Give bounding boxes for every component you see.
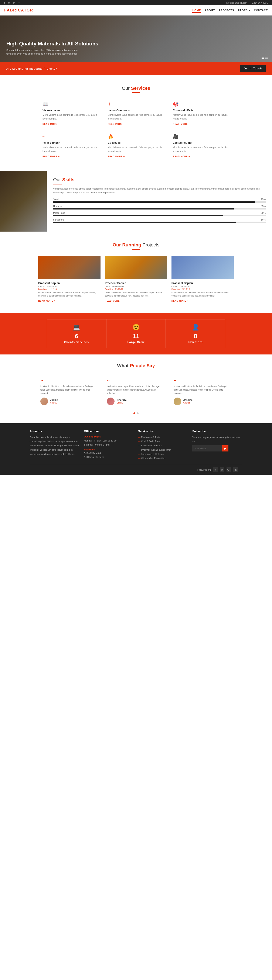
skill-percent-scrubbers: 86% <box>261 218 266 221</box>
service-readmore-5[interactable]: READ MORE + <box>108 155 125 158</box>
project-readmore-2[interactable]: READ MORE + <box>105 300 122 302</box>
skill-percent-steel: 95% <box>261 198 266 200</box>
project-desc-1: Donec sollicitudin molestie maleusa. Pra… <box>38 291 101 298</box>
service-readmore-1[interactable]: READ MORE + <box>43 123 60 125</box>
footer-subscribe-button[interactable]: ▶ <box>222 445 229 452</box>
testimonials-section: What People Say " In vitae tincidunt tur… <box>0 355 272 423</box>
skill-label-motorfans: Motor Fans <box>53 212 65 214</box>
service-item-3: 🎯 Commodo Felis Morbi viverra lacus comm… <box>171 99 232 127</box>
hero-dots <box>262 57 268 59</box>
service-title-2: Lacus Commodo <box>108 109 165 112</box>
author-name-2: Charlize <box>117 399 126 402</box>
hero-description: Standard dummy text ever since the 1500s… <box>6 48 78 56</box>
navbar: FABRICATOR HOME ABOUT PROJECTS PAGES ▾ C… <box>0 5 272 16</box>
author-avatar-1 <box>40 398 48 405</box>
stat-number-crew: 11 <box>109 333 163 340</box>
nav-about[interactable]: ABOUT <box>205 9 215 12</box>
topbar-phone: +1 234 567 8901 <box>250 2 268 4</box>
topbar-social-tw[interactable]: tw <box>8 2 10 4</box>
project-deadline-1: Deadline : 21/12/18 <box>38 288 101 291</box>
footer-social-tw[interactable]: tw <box>220 468 224 472</box>
service-item-6: 🎥 Lectus Feugiat Morbi viverra lacus com… <box>171 132 232 160</box>
cta-bar-text: Are Looking for Industrial Projects? <box>6 67 57 70</box>
skill-fill-steel <box>53 201 255 203</box>
footer-office-sunday: All Sunday Days <box>84 451 134 455</box>
service-desc-2: Morbi viverra lacus commodo felis semper… <box>108 113 165 121</box>
project-desc-3: Donec sollicitudin molestie maleusa. Pra… <box>171 291 234 298</box>
footer-social-in[interactable]: in <box>233 468 238 472</box>
nav-links: HOME ABOUT PROJECTS PAGES ▾ CONTACT <box>192 9 268 12</box>
author-role-2: Client2 <box>117 402 126 404</box>
footer-office-holidays: All Official Holidays <box>84 455 134 459</box>
topbar-social-in[interactable]: in <box>13 2 15 4</box>
testimonial-author-2: Charlize Client2 <box>107 398 165 405</box>
footer-social-fb[interactable]: f <box>213 468 218 472</box>
nav-projects[interactable]: PROJECTS <box>219 9 234 12</box>
service-desc-3: Morbi viverra lacus commodo felis semper… <box>173 113 229 121</box>
running-projects-section: Our Running Projects Praesent Sapien Cli… <box>0 232 272 313</box>
skill-label-steel: Steel <box>53 198 58 200</box>
footer-about-title: About Us <box>30 430 80 433</box>
service-icon-3: 🎯 <box>173 102 229 107</box>
projects-underline <box>132 249 140 250</box>
project-readmore-1[interactable]: READ MORE + <box>38 300 56 302</box>
testimonial-author-3: Jessica Client3 <box>174 398 232 405</box>
testimonial-text-1: In vitae tincidunt turpis. Proin in euis… <box>40 385 98 395</box>
hero-dot-1[interactable] <box>262 57 264 59</box>
service-item-5: 🔥 Eu Iaculls Morbi viverra lacus commodo… <box>106 132 166 160</box>
service-readmore-3[interactable]: READ MORE + <box>173 123 190 125</box>
project-client-1: Client : Themeforest <box>38 285 101 288</box>
footer-bottom: Follow us on: f tw G+ in <box>30 465 242 475</box>
project-deadline-2: Deadline : 21/12/19 <box>105 288 167 291</box>
skill-fill-motorfans <box>53 215 223 216</box>
footer-subscribe: Subscribe Vivamus magna justo, lacinia e… <box>192 430 242 461</box>
site-logo[interactable]: FABRICATOR <box>4 8 33 13</box>
footer-services: Service List Machinery & Tools Coal & So… <box>138 430 188 461</box>
topbar-right: info@example1.com +1 234 567 8901 <box>226 2 268 4</box>
skills-underline <box>53 184 62 185</box>
service-readmore-6[interactable]: READ MORE + <box>173 155 190 158</box>
service-readmore-4[interactable]: READ MORE + <box>43 155 60 158</box>
stat-icon-clients: 💻 <box>49 324 104 331</box>
footer-email-input[interactable] <box>192 445 222 452</box>
stat-label-crew: Large Crew <box>109 340 163 344</box>
service-readmore-2[interactable]: READ MORE + <box>108 123 125 125</box>
topbar-social-mail[interactable]: ✉ <box>18 1 20 4</box>
service-item-2: ✈ Lacus Commodo Morbi viverra lacus comm… <box>106 99 166 127</box>
project-readmore-3[interactable]: READ MORE + <box>171 300 189 302</box>
project-card-2: Praesent Sapien Client : Themeforest Dea… <box>105 256 167 302</box>
footer-services-list: Machinery & Tools Coal & Solid Fuels Ind… <box>138 435 188 461</box>
project-image-3 <box>171 256 234 279</box>
skill-bg-motorfans <box>53 215 266 216</box>
skill-bar-hoppers: Hoppers 85% <box>53 205 266 210</box>
nav-contact[interactable]: CONTACT <box>254 9 268 12</box>
testimonial-3: " In vitae tincidunt turpis. Proin in eu… <box>171 377 234 407</box>
testimonial-2: " In vitae tincidunt turpis. Proin in eu… <box>105 377 167 407</box>
topbar-left: f tw in ✉ <box>4 1 20 4</box>
skills-description: Volutpat asosemere est, omnis dolor repe… <box>53 187 266 194</box>
quote-icon-1: " <box>40 379 98 385</box>
author-name-3: Jessica <box>183 399 192 402</box>
footer-social-gplus[interactable]: G+ <box>227 468 231 472</box>
quote-icon-3: " <box>174 379 232 385</box>
footer-service-6: Oil and Gas Revolution <box>138 457 188 461</box>
cta-button[interactable]: Get In Touch <box>240 65 266 72</box>
service-icon-1: 📖 <box>43 102 99 107</box>
footer-subscribe-row: ▶ <box>192 445 242 452</box>
services-underline <box>132 92 140 93</box>
testimonial-dot-1[interactable] <box>133 412 135 414</box>
topbar-social-fb[interactable]: f <box>4 2 5 4</box>
projects-title: Our Running Projects <box>6 242 266 248</box>
hero-dot-2[interactable] <box>265 57 268 59</box>
testimonial-dot-2[interactable] <box>137 412 139 414</box>
services-title: Our Services <box>6 86 266 91</box>
service-icon-5: 🔥 <box>108 134 165 140</box>
skill-bar-steel: Steel 95% <box>53 198 266 203</box>
service-desc-4: Morbi viverra lacus commodo felis semper… <box>43 146 99 153</box>
topbar-email: info@example1.com <box>226 2 247 4</box>
nav-pages[interactable]: PAGES ▾ <box>238 9 250 12</box>
nav-home[interactable]: HOME <box>192 9 201 13</box>
service-item-1: 📖 Viverra Lacus Morbi viverra lacus comm… <box>40 99 101 127</box>
skill-bg-scrubbers <box>53 221 266 223</box>
project-client-3: Client : Themeforest <box>171 285 234 288</box>
